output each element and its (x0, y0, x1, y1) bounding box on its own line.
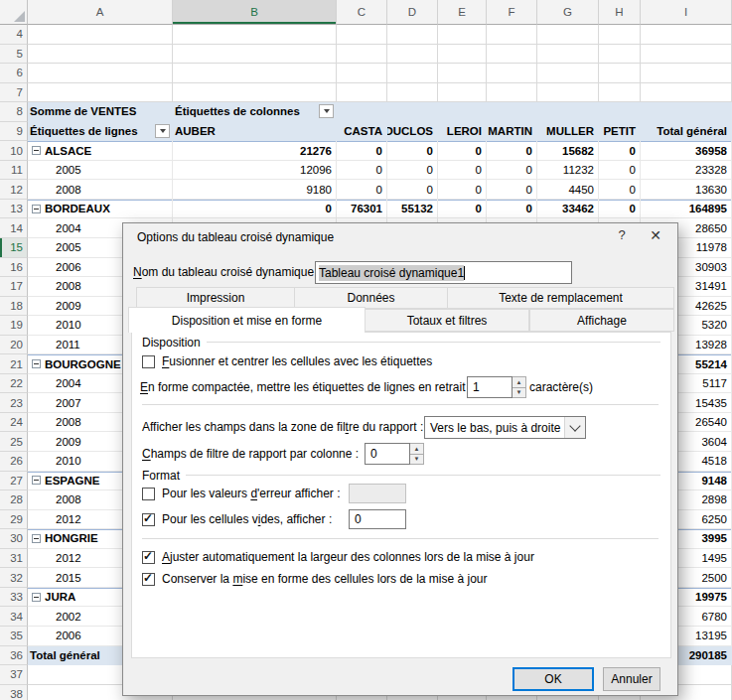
cell-D7[interactable] (387, 83, 438, 103)
help-icon[interactable]: ? (610, 227, 634, 246)
cell-H6[interactable] (599, 64, 641, 83)
cell-C9[interactable]: CASTA (337, 122, 387, 142)
cell-F10[interactable]: 0 (487, 141, 537, 161)
cell-D6[interactable] (387, 64, 438, 83)
cell-E12[interactable]: 0 (438, 180, 487, 200)
row-header-35[interactable]: 35 (0, 627, 28, 646)
cell-A12[interactable]: 2008 (28, 180, 173, 200)
cell-H13[interactable]: 0 (599, 200, 641, 219)
fields-per-column-input[interactable]: 0 (365, 443, 410, 465)
cell-H4[interactable] (599, 25, 641, 45)
row-header-10[interactable]: 10 (0, 141, 28, 161)
row-header-25[interactable]: 25 (0, 432, 28, 452)
cell-I5[interactable] (641, 45, 732, 65)
row-header-6[interactable]: 6 (0, 64, 28, 83)
tab-totaux-filtres[interactable]: Totaux et filtres (365, 309, 529, 332)
cell-E9[interactable]: LEROI (438, 122, 487, 142)
row-header-27[interactable]: 27 (0, 472, 28, 491)
cell-A4[interactable] (28, 25, 173, 45)
row-header-18[interactable]: 18 (0, 297, 28, 317)
cell-B8[interactable]: Étiquettes de colonnes (173, 102, 337, 122)
tab-impression[interactable]: Impression (136, 287, 295, 309)
cell-H11[interactable]: 0 (599, 161, 641, 181)
empty-cells-input[interactable]: 0 (349, 509, 406, 529)
row-header-36[interactable]: 36 (0, 646, 28, 666)
cell-I8[interactable] (641, 102, 732, 122)
cell-C10[interactable]: 0 (337, 141, 387, 161)
collapse-button-BOURGOGNE[interactable] (32, 359, 41, 368)
column-header-A[interactable]: A (28, 0, 173, 25)
cell-H10[interactable]: 0 (599, 141, 641, 161)
row-header-34[interactable]: 34 (0, 607, 28, 627)
cell-F8[interactable] (487, 102, 537, 122)
cell-G11[interactable]: 11232 (537, 161, 599, 181)
collapse-button-BORDEAUX[interactable] (32, 205, 41, 213)
row-header-11[interactable]: 11 (0, 161, 28, 181)
cell-C4[interactable] (337, 25, 387, 45)
cell-F11[interactable]: 0 (487, 161, 537, 181)
column-labels-filter-button[interactable] (319, 104, 334, 118)
spin-down-icon[interactable]: ▼ (410, 454, 423, 465)
cell-B10[interactable]: 21276 (173, 141, 337, 161)
row-header-5[interactable]: 5 (0, 45, 28, 65)
row-header-28[interactable]: 28 (0, 490, 28, 510)
cell-D10[interactable]: 0 (387, 141, 438, 161)
column-header-H[interactable]: H (599, 0, 641, 25)
cell-C8[interactable] (337, 102, 387, 122)
indent-input[interactable]: 1 (467, 376, 512, 398)
merge-center-row[interactable]: Fusionner et centrer les cellules avec l… (142, 353, 432, 369)
cell-E4[interactable] (438, 25, 487, 45)
row-header-7[interactable]: 7 (0, 83, 28, 103)
cell-A8[interactable]: Somme de VENTES (28, 102, 173, 122)
cell-E8[interactable] (438, 102, 487, 122)
merge-center-checkbox[interactable] (142, 355, 155, 368)
spin-up-icon[interactable]: ▲ (410, 444, 423, 454)
select-all-corner[interactable] (0, 0, 28, 25)
error-values-row[interactable]: Pour les valeurs d'erreur afficher : (142, 486, 341, 501)
cell-D12[interactable]: 0 (387, 180, 438, 200)
preserve-format-checkbox[interactable] (142, 573, 155, 586)
column-header-G[interactable]: G (537, 0, 599, 25)
autofit-row[interactable]: Ajuster automatiquement la largeur des c… (142, 549, 534, 565)
collapse-button-JURA[interactable] (32, 593, 41, 602)
row-header-4[interactable]: 4 (0, 25, 28, 45)
cell-B5[interactable] (173, 45, 337, 65)
cell-C11[interactable]: 0 (337, 161, 387, 181)
cell-C13[interactable]: 76301 (337, 200, 387, 219)
row-header-33[interactable]: 33 (0, 588, 28, 608)
cell-D5[interactable] (387, 45, 438, 65)
cell-G7[interactable] (537, 83, 599, 103)
cell-B6[interactable] (173, 64, 337, 83)
tab-affichage[interactable]: Affichage (529, 309, 674, 332)
spin-up-icon[interactable]: ▲ (512, 377, 525, 387)
column-header-E[interactable]: E (438, 0, 487, 25)
spin-down-icon[interactable]: ▼ (512, 387, 525, 398)
cell-C12[interactable]: 0 (337, 180, 387, 200)
cell-I13[interactable]: 164895 (641, 200, 732, 219)
cell-I9[interactable]: Total général (641, 122, 732, 142)
cell-F5[interactable] (487, 45, 537, 65)
report-filter-direction-select[interactable]: Vers le bas, puis à droite (424, 416, 586, 439)
cell-H8[interactable] (599, 102, 641, 122)
cell-I7[interactable] (641, 83, 732, 103)
row-header-19[interactable]: 19 (0, 316, 28, 336)
row-header-21[interactable]: 21 (0, 354, 28, 374)
cell-F9[interactable]: MARTIN (487, 122, 537, 142)
cell-F13[interactable]: 0 (487, 200, 537, 219)
chevron-down-icon[interactable] (564, 417, 585, 438)
preserve-format-row[interactable]: Conserver la mise en forme des cellules … (142, 571, 488, 587)
tab-donnees[interactable]: Données (294, 287, 448, 309)
cell-A11[interactable]: 2005 (28, 161, 173, 181)
column-header-F[interactable]: F (487, 0, 537, 25)
cell-G10[interactable]: 15682 (537, 141, 599, 161)
close-icon[interactable]: ✕ (642, 227, 669, 246)
cell-E13[interactable]: 0 (438, 200, 487, 219)
cell-E7[interactable] (438, 83, 487, 103)
empty-cells-checkbox[interactable] (142, 513, 155, 526)
cell-G12[interactable]: 4450 (537, 180, 599, 200)
row-header-38[interactable]: 38 (0, 685, 28, 700)
cell-G13[interactable]: 33462 (537, 200, 599, 219)
row-header-9[interactable]: 9 (0, 122, 28, 142)
cell-B13[interactable]: 0 (173, 200, 337, 219)
cell-A6[interactable] (28, 64, 173, 83)
